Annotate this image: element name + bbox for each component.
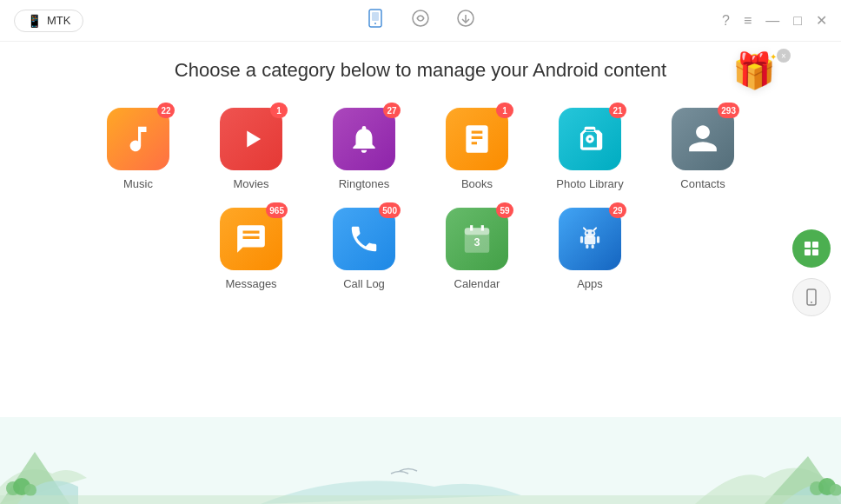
svg-rect-15 [597,236,599,243]
grid-sidebar-button[interactable] [792,229,831,268]
category-grid: 22 Music 1 Movies [99,108,742,290]
menu-button[interactable]: ≡ [744,14,752,28]
maximize-button[interactable]: □ [793,14,802,28]
category-item-apps[interactable]: 29 Apps [551,208,629,290]
svg-rect-24 [805,249,811,255]
category-item-calllog[interactable]: 500 Call Log [325,208,403,290]
svg-point-31 [24,484,36,496]
music-badge: 22 [157,103,175,118]
calllog-label: Call Log [343,277,385,290]
photo-icon-box [559,108,621,170]
svg-point-27 [811,302,812,303]
svg-point-3 [413,10,428,26]
ringtones-label: Ringtones [339,177,390,190]
messages-badge: 965 [266,202,288,218]
books-label: Books [461,177,493,190]
books-icon-wrapper: 1 [446,108,508,170]
svg-point-19 [592,232,594,235]
svg-text:3: 3 [473,236,480,249]
messages-label: Messages [225,277,276,290]
books-icon-box [446,108,508,170]
books-badge: 1 [496,103,513,118]
category-item-contacts[interactable]: 293 Contacts [664,108,742,190]
category-item-messages[interactable]: 965 Messages [212,208,290,290]
music-label: Music [123,177,153,190]
movies-icon-box [220,108,282,170]
svg-marker-6 [247,131,261,148]
calendar-icon-wrapper: 3 59 [446,208,508,270]
calllog-badge: 500 [379,202,401,218]
calendar-label: Calendar [454,277,500,290]
contacts-label: Contacts [680,177,725,190]
category-row-2: 965 Messages 500 Call Log [212,208,629,290]
messages-icon-wrapper: 965 [220,208,282,270]
device-selector[interactable]: 📱 MTK [14,10,83,32]
svg-rect-8 [465,228,490,235]
ringtones-icon-box [333,108,395,170]
close-button[interactable]: ✕ [816,14,827,28]
photo-label: Photo Library [556,177,623,190]
apps-icon-box [559,208,621,270]
device-icon: 📱 [27,14,42,28]
svg-rect-17 [592,244,594,249]
movies-icon-wrapper: 1 [220,108,282,170]
background-scenery [0,417,841,504]
phone-nav-icon[interactable] [365,8,386,34]
apps-label: Apps [577,277,603,290]
main-content: ✦ ✦ 🎁 × Choose a category below to manag… [0,42,841,504]
ringtones-badge: 27 [383,103,401,118]
svg-rect-35 [0,495,841,504]
contacts-badge: 293 [718,103,739,118]
svg-rect-25 [812,249,818,255]
music-icon-box [107,108,169,170]
svg-rect-22 [805,242,811,248]
movies-label: Movies [233,177,268,190]
contacts-icon-wrapper: 293 [672,108,734,170]
category-item-photo[interactable]: 21 Photo Library [551,108,629,190]
apps-badge: 29 [609,202,626,218]
title-bar: 📱 MTK ? ≡ — [0,0,841,42]
svg-rect-13 [585,236,596,245]
category-item-movies[interactable]: 1 Movies [212,108,290,190]
photo-badge: 21 [609,103,626,118]
title-bar-left: 📱 MTK [14,10,83,32]
category-item-calendar[interactable]: 3 59 Calendar [438,208,516,290]
title-bar-right: ? ≡ — □ ✕ [722,14,827,28]
category-item-books[interactable]: 1 Books [438,108,516,190]
device-name: MTK [47,14,70,27]
svg-point-18 [586,232,589,235]
calendar-icon-box: 3 [446,208,508,270]
category-item-ringtones[interactable]: 27 Ringtones [325,108,403,190]
svg-rect-1 [372,12,379,21]
category-row-1: 22 Music 1 Movies [99,108,742,190]
download-nav-icon[interactable] [455,8,476,34]
calllog-icon-wrapper: 500 [333,208,395,270]
svg-point-2 [374,23,376,24]
help-button[interactable]: ? [722,14,730,28]
minimize-button[interactable]: — [765,14,779,28]
svg-rect-14 [580,236,583,243]
page-title: Choose a category below to manage your A… [175,59,666,82]
movies-badge: 1 [270,103,288,118]
svg-rect-16 [586,244,588,249]
category-item-music[interactable]: 22 Music [99,108,177,190]
phone-sidebar-button[interactable] [792,278,831,316]
svg-rect-23 [812,242,818,248]
transfer-nav-icon[interactable] [410,8,431,34]
ringtones-icon-wrapper: 27 [333,108,395,170]
apps-icon-wrapper: 29 [559,208,621,270]
title-bar-center [365,8,476,34]
calendar-badge: 59 [496,202,513,218]
photo-icon-wrapper: 21 [559,108,621,170]
music-icon-wrapper: 22 [107,108,169,170]
